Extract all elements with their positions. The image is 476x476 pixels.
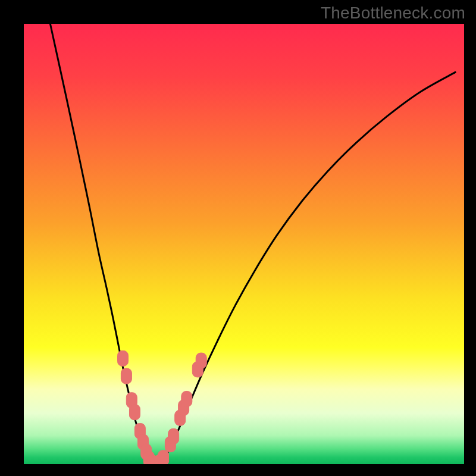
data-marker — [129, 405, 140, 420]
chart-frame: TheBottleneck.com — [0, 0, 476, 476]
data-marker — [181, 391, 192, 406]
bottleneck-curve — [50, 24, 455, 464]
data-marker — [158, 450, 169, 464]
data-marker — [196, 353, 206, 368]
data-marker — [118, 350, 129, 366]
curve-layer — [24, 24, 464, 464]
watermark-text: TheBottleneck.com — [321, 4, 465, 23]
data-marker — [168, 428, 179, 444]
plot-area — [24, 24, 464, 464]
data-marker — [121, 368, 131, 384]
